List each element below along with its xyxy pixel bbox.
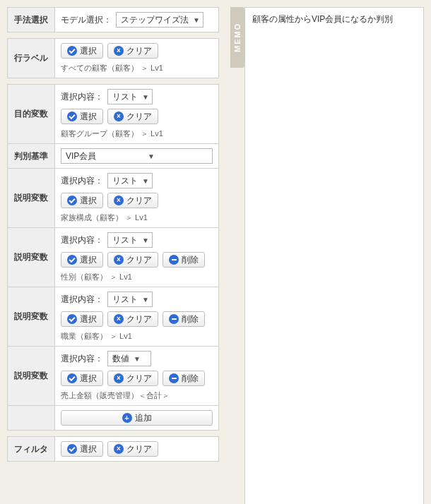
check-icon xyxy=(67,196,77,205)
minus-icon xyxy=(169,314,179,324)
row-label-select-button[interactable]: 選択 xyxy=(61,43,103,59)
objective-type-select[interactable]: リスト ▼ xyxy=(107,89,153,104)
explanatory-label: 説明変数 xyxy=(8,347,55,405)
explanatory-row-2: 説明変数 選択内容： リスト▼ 選択 クリア 削除 性別（顧客） ＞ Lv1 xyxy=(8,227,218,287)
method-group: 手法選択 モデル選択： ステップワイズ法 ▼ xyxy=(7,7,219,32)
row-label-info: すべての顧客（顧客） ＞ Lv1 xyxy=(61,63,213,73)
exp4-delete-button[interactable]: 削除 xyxy=(163,371,205,386)
filter-select-button[interactable]: 選択 xyxy=(61,441,103,457)
filter-clear-button[interactable]: クリア xyxy=(107,441,158,457)
filter-label: フィルタ xyxy=(8,437,55,461)
chevron-down-icon: ▼ xyxy=(142,177,149,185)
criterion-select[interactable]: VIP会員 ▼ xyxy=(61,148,213,164)
memo-text[interactable]: 顧客の属性からVIP会員になるか判別 xyxy=(244,7,424,504)
exp2-delete-button[interactable]: 削除 xyxy=(163,252,205,268)
objective-select-button[interactable]: 選択 xyxy=(61,109,103,124)
row-label-clear-button[interactable]: クリア xyxy=(107,43,158,59)
check-icon xyxy=(67,314,77,324)
plus-icon xyxy=(122,413,132,423)
close-icon xyxy=(114,444,124,454)
criterion-label: 判別基準 xyxy=(8,144,55,168)
explanatory-label: 説明変数 xyxy=(8,169,55,227)
model-select[interactable]: ステップワイズ法 ▼ xyxy=(116,12,203,28)
exp4-type-select[interactable]: 数値▼ xyxy=(107,351,151,366)
chevron-down-icon: ▼ xyxy=(134,355,141,363)
memo-panel: MEMO 顧客の属性からVIP会員になるか判別 xyxy=(230,7,424,504)
explanatory-row-3: 説明変数 選択内容： リスト▼ 選択 クリア 削除 職業（顧客） ＞ Lv1 xyxy=(8,287,218,346)
exp3-info: 職業（顧客） ＞ Lv1 xyxy=(61,331,213,342)
variables-group: 目的変数 選択内容： リスト ▼ 選択 クリア 顧客グループ（顧客） ＞ Lv1… xyxy=(7,84,219,431)
exp4-clear-button[interactable]: クリア xyxy=(107,371,158,386)
chevron-down-icon: ▼ xyxy=(142,93,149,101)
exp3-clear-button[interactable]: クリア xyxy=(107,311,158,327)
explanatory-label: 説明変数 xyxy=(8,287,55,346)
minus-icon xyxy=(169,373,179,383)
objective-clear-button[interactable]: クリア xyxy=(107,109,158,124)
add-label-spacer xyxy=(8,406,55,430)
exp1-info: 家族構成（顧客） ＞ Lv1 xyxy=(61,212,213,223)
add-explanatory-button[interactable]: 追加 xyxy=(61,410,213,426)
row-label-group: 行ラベル 選択 クリア すべての顧客（顧客） ＞ Lv1 xyxy=(7,38,219,78)
exp4-info: 売上金額（販売管理）＜合計＞ xyxy=(61,390,213,401)
check-icon xyxy=(67,373,77,383)
objective-info: 顧客グループ（顧客） ＞ Lv1 xyxy=(61,128,213,139)
close-icon xyxy=(114,46,124,56)
close-icon xyxy=(114,255,124,265)
exp3-delete-button[interactable]: 削除 xyxy=(163,311,205,327)
method-label: 手法選択 xyxy=(8,8,55,32)
exp3-select-button[interactable]: 選択 xyxy=(61,311,103,327)
close-icon xyxy=(114,112,124,121)
exp2-clear-button[interactable]: クリア xyxy=(107,252,158,268)
check-icon xyxy=(67,444,77,454)
objective-label: 目的変数 xyxy=(8,85,55,143)
chevron-down-icon: ▼ xyxy=(142,296,149,304)
explanatory-label: 説明変数 xyxy=(8,228,55,287)
memo-tab[interactable]: MEMO xyxy=(230,7,244,68)
explanatory-row-4: 説明変数 選択内容： 数値▼ 選択 クリア 削除 売上金額（販売管理）＜合計＞ xyxy=(8,346,218,405)
exp2-type-select[interactable]: リスト▼ xyxy=(107,232,153,248)
chevron-down-icon: ▼ xyxy=(148,152,155,160)
chevron-down-icon: ▼ xyxy=(142,236,149,244)
check-icon xyxy=(67,112,77,121)
exp1-type-select[interactable]: リスト▼ xyxy=(107,173,153,188)
exp4-select-button[interactable]: 選択 xyxy=(61,371,103,386)
settings-panel: 手法選択 モデル選択： ステップワイズ法 ▼ 行ラベル 選択 xyxy=(7,7,219,462)
exp3-type-select[interactable]: リスト▼ xyxy=(107,292,153,307)
objective-row: 目的変数 選択内容： リスト ▼ 選択 クリア 顧客グループ（顧客） ＞ Lv1 xyxy=(8,85,218,143)
model-select-value: ステップワイズ法 xyxy=(121,14,189,26)
check-icon xyxy=(67,46,77,56)
row-label-label: 行ラベル xyxy=(8,39,55,78)
close-icon xyxy=(114,196,124,205)
exp2-select-button[interactable]: 選択 xyxy=(61,252,103,268)
check-icon xyxy=(67,255,77,265)
minus-icon xyxy=(169,255,179,265)
filter-group: フィルタ 選択 クリア xyxy=(7,436,219,462)
explanatory-row-1: 説明変数 選択内容： リスト▼ 選択 クリア 家族構成（顧客） ＞ Lv1 xyxy=(8,168,218,227)
model-select-label: モデル選択： xyxy=(61,14,112,26)
exp1-select-button[interactable]: 選択 xyxy=(61,193,103,208)
exp2-info: 性別（顧客） ＞ Lv1 xyxy=(61,272,213,282)
exp1-clear-button[interactable]: クリア xyxy=(107,193,158,208)
add-row: 追加 xyxy=(8,405,218,430)
criterion-row: 判別基準 VIP会員 ▼ xyxy=(8,143,218,168)
chevron-down-icon: ▼ xyxy=(193,16,200,24)
close-icon xyxy=(114,314,124,324)
close-icon xyxy=(114,373,124,383)
